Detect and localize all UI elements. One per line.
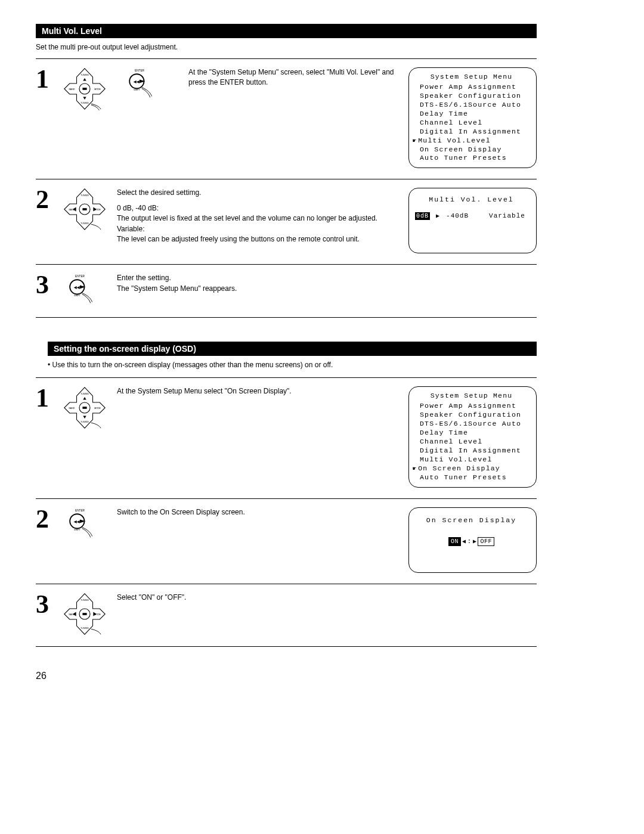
step-icons: TUNING BAND MODE TUNING bbox=[63, 593, 117, 635]
svg-rect-50 bbox=[82, 613, 86, 615]
osd-item: DTS-ES/6.1Source Auto bbox=[413, 420, 530, 429]
osd-box: Multi Vol. Level 0dB ▶ -40dB Variable bbox=[408, 188, 537, 253]
osd-option-selected: 0dB bbox=[415, 212, 430, 220]
osd-item: Power Amp Assignment bbox=[413, 83, 530, 92]
step-text: At the System Setup Menu select "On Scre… bbox=[117, 386, 408, 396]
step-row: 2 TUNING BAND MODE TUNING Select the des… bbox=[36, 179, 537, 264]
svg-text:TUNING: TUNING bbox=[80, 102, 89, 104]
svg-rect-8 bbox=[82, 88, 86, 90]
remote-dpad-icon: TUNING BAND MODE TUNING bbox=[63, 188, 106, 231]
step-icons: ENTER ◀◀ SHIFT bbox=[63, 273, 117, 306]
svg-text:BAND: BAND bbox=[69, 407, 75, 410]
svg-text:◀◀: ◀◀ bbox=[73, 520, 80, 523]
step-row: 1 TUNING BAND MODE TUNING ENTER ◀◀ SHIFT bbox=[36, 58, 537, 179]
osd-display: On Screen Display ON ◀ : ▶ OFF bbox=[408, 507, 537, 573]
svg-text:TUNING: TUNING bbox=[80, 223, 89, 225]
osd-display: Multi Vol. Level 0dB ▶ -40dB Variable bbox=[408, 188, 537, 253]
osd-display: System Setup Menu Power Amp Assignment S… bbox=[408, 67, 537, 168]
osd-display: System Setup Menu Power Amp Assignment S… bbox=[408, 386, 537, 487]
osd-item: Delay Time bbox=[413, 429, 530, 438]
osd-item: DTS-ES/6.1Source Auto bbox=[413, 101, 530, 110]
step-number: 3 bbox=[36, 593, 63, 616]
step-number: 3 bbox=[36, 273, 63, 297]
step-icons: TUNING BAND MODE TUNING bbox=[63, 188, 117, 231]
step-text-line: The "System Setup Menu" reappears. bbox=[117, 284, 399, 294]
osd-item: Speaker Configuration bbox=[413, 411, 530, 420]
step-row: 3 ENTER ◀◀ SHIFT Enter the setting. The … bbox=[36, 264, 537, 318]
enter-button-icon: ENTER ◀◀ SHIFT bbox=[123, 67, 156, 101]
osd-item: Channel Level bbox=[413, 119, 530, 128]
svg-text:TUNING: TUNING bbox=[80, 74, 89, 76]
svg-text:SHIFT: SHIFT bbox=[134, 89, 140, 91]
step-text-line: The output level is fixed at the set lev… bbox=[117, 213, 399, 224]
svg-text:TUNING: TUNING bbox=[80, 421, 89, 424]
step-number: 1 bbox=[36, 67, 63, 91]
step-icons: TUNING BAND MODE TUNING bbox=[63, 386, 117, 429]
osd-item: Power Amp Assignment bbox=[413, 402, 530, 411]
svg-text:TUNING: TUNING bbox=[80, 195, 89, 197]
svg-text:SHIFT: SHIFT bbox=[74, 295, 80, 297]
osd-box: System Setup Menu Power Amp Assignment S… bbox=[408, 386, 537, 487]
step-number: 2 bbox=[36, 507, 63, 531]
osd-title: System Setup Menu bbox=[413, 73, 530, 82]
step-text: Select "ON" or "OFF". bbox=[117, 593, 408, 603]
svg-text:ENTER: ENTER bbox=[75, 509, 85, 512]
step-text: Switch to the On Screen Display screen. bbox=[117, 507, 408, 517]
step-text-subhead: 0 dB, -40 dB: bbox=[117, 203, 399, 213]
step-text: At the "System Setup Menu" screen, selec… bbox=[188, 67, 408, 88]
osd-item: On Screen Display bbox=[413, 145, 530, 154]
osd-item: Multi Vol.Level bbox=[413, 455, 530, 464]
arrow-right-icon: ▶ bbox=[473, 538, 477, 545]
svg-rect-36 bbox=[82, 407, 86, 410]
section-header-multi-vol: Multi Vol. Level bbox=[36, 24, 537, 38]
osd-item-selected: Multi Vol.Level bbox=[413, 137, 530, 145]
osd-box: System Setup Menu Power Amp Assignment S… bbox=[408, 67, 537, 168]
step-text-line: Select the desired settimg. bbox=[117, 188, 399, 198]
osd-box: On Screen Display ON ◀ : ▶ OFF bbox=[408, 507, 537, 573]
osd-item: Channel Level bbox=[413, 438, 530, 447]
arrow-right-icon: ▶ bbox=[436, 212, 440, 220]
osd-option-on: ON bbox=[448, 537, 461, 546]
osd-item: Digital In Assignment bbox=[413, 447, 530, 455]
remote-dpad-icon: TUNING BAND MODE TUNING bbox=[63, 593, 106, 635]
osd-item: Speaker Configuration bbox=[413, 92, 530, 101]
enter-button-icon: ENTER ◀◀ SHIFT bbox=[63, 507, 97, 541]
step-icons: TUNING BAND MODE TUNING ENTER ◀◀ SHIFT bbox=[63, 67, 188, 110]
step-text-line: The level can be adjusted freely using t… bbox=[117, 234, 399, 244]
section-bullet: • Use this to turn the on-screen display… bbox=[48, 361, 537, 369]
remote-dpad-icon: TUNING BAND MODE TUNING bbox=[63, 67, 106, 110]
svg-rect-22 bbox=[82, 209, 86, 211]
osd-item: Auto Tuner Presets bbox=[413, 473, 530, 482]
svg-text:TUNING: TUNING bbox=[80, 393, 89, 396]
step-text: Select the desired settimg. 0 dB, -40 dB… bbox=[117, 188, 408, 244]
osd-title: Multi Vol. Level bbox=[413, 196, 530, 204]
osd-title: System Setup Menu bbox=[413, 392, 530, 401]
bullet-text: Use this to turn the on-screen display (… bbox=[52, 361, 333, 369]
colon: : bbox=[467, 537, 472, 546]
osd-option: Variable bbox=[489, 212, 525, 220]
step-number: 2 bbox=[36, 188, 63, 212]
step-row: 2 ENTER ◀◀ SHIFT Switch to the On Screen… bbox=[36, 498, 537, 584]
osd-title: On Screen Display bbox=[413, 516, 530, 525]
step-text-subhead: Variable: bbox=[117, 224, 399, 234]
svg-text:MODE: MODE bbox=[94, 407, 101, 410]
enter-button-icon: ENTER ◀◀ SHIFT bbox=[63, 273, 97, 306]
svg-text:TUNING: TUNING bbox=[80, 627, 89, 630]
step-text-line: Enter the setting. bbox=[117, 273, 399, 283]
page-number: 26 bbox=[36, 671, 537, 681]
svg-text:◀◀: ◀◀ bbox=[73, 286, 80, 290]
svg-text:SHIFT: SHIFT bbox=[74, 529, 80, 531]
step-text: Enter the setting. The "System Setup Men… bbox=[117, 273, 408, 294]
step-row: 3 TUNING BAND MODE TUNING Select "ON" or… bbox=[36, 584, 537, 647]
svg-text:MODE: MODE bbox=[94, 88, 101, 91]
step-number: 1 bbox=[36, 386, 63, 410]
svg-text:ENTER: ENTER bbox=[75, 275, 85, 278]
osd-item: Delay Time bbox=[413, 110, 530, 119]
osd-options-row: 0dB ▶ -40dB Variable bbox=[413, 212, 530, 220]
osd-item-selected: On Screen Display bbox=[413, 464, 530, 473]
section-header-osd: Setting the on-screen display (OSD) bbox=[48, 342, 537, 356]
osd-option-off: OFF bbox=[478, 537, 494, 546]
osd-options-row: ON ◀ : ▶ OFF bbox=[413, 537, 530, 546]
section-intro: Set the multi pre-out output level adjus… bbox=[36, 43, 537, 51]
osd-item: Auto Tuner Presets bbox=[413, 154, 530, 163]
